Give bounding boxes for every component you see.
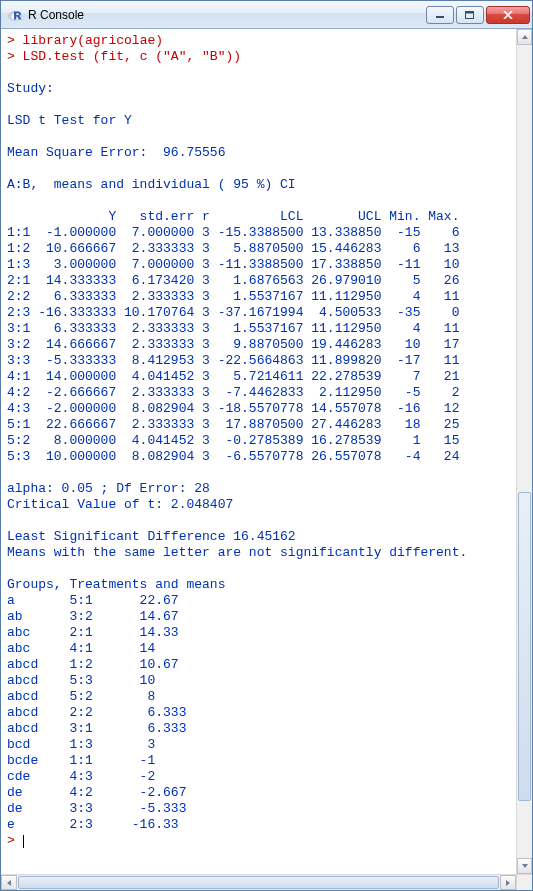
svg-rect-2	[436, 16, 444, 18]
svg-rect-4	[466, 11, 474, 13]
console-viewport[interactable]: > library(agricolae) > LSD.test (fit, c …	[1, 29, 516, 874]
maximize-button[interactable]	[456, 6, 484, 24]
window-buttons	[424, 6, 530, 24]
minimize-button[interactable]	[426, 6, 454, 24]
close-button[interactable]	[486, 6, 530, 24]
vertical-scrollbar[interactable]	[516, 29, 532, 874]
vertical-scroll-track[interactable]	[517, 45, 532, 858]
vertical-scroll-thumb[interactable]	[518, 492, 531, 801]
scroll-corner	[516, 874, 532, 890]
scroll-left-button[interactable]	[1, 875, 17, 890]
client-area: > library(agricolae) > LSD.test (fit, c …	[1, 29, 532, 890]
horizontal-scrollbar[interactable]	[1, 874, 516, 890]
window-title: R Console	[28, 8, 424, 22]
titlebar[interactable]: R Console	[1, 1, 532, 29]
scroll-right-button[interactable]	[500, 875, 516, 890]
scroll-up-button[interactable]	[517, 29, 532, 45]
scroll-down-button[interactable]	[517, 858, 532, 874]
horizontal-scroll-thumb[interactable]	[18, 876, 499, 889]
r-app-icon	[7, 7, 23, 23]
r-console-window: R Console > library(agricolae) > LSD.tes…	[0, 0, 533, 891]
console-output[interactable]: > library(agricolae) > LSD.test (fit, c …	[7, 33, 510, 849]
